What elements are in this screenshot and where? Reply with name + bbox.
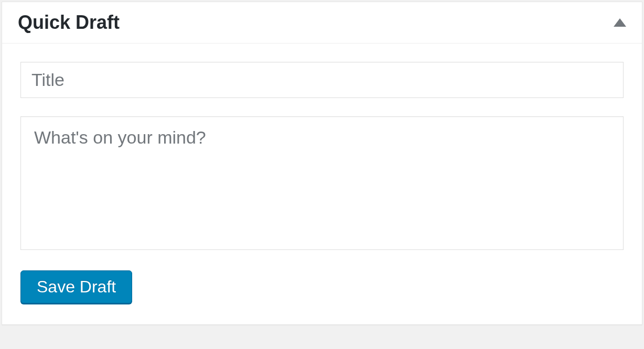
chevron-up-icon	[614, 18, 626, 27]
save-draft-button[interactable]: Save Draft	[20, 270, 132, 303]
widget-header[interactable]: Quick Draft	[2, 2, 642, 43]
draft-content-textarea[interactable]	[20, 116, 624, 250]
quick-draft-widget: Quick Draft Save Draft	[2, 2, 642, 325]
widget-body: Save Draft	[2, 43, 642, 324]
widget-title: Quick Draft	[18, 12, 120, 34]
draft-title-input[interactable]	[20, 62, 624, 98]
